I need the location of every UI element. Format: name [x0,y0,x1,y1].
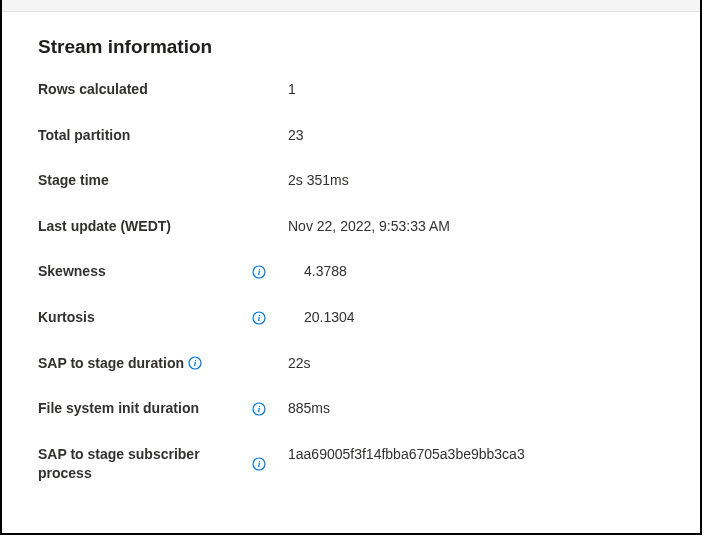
label-fs-init-duration: File system init duration i [38,399,288,419]
row-fs-init-duration: File system init duration i 885ms [38,399,664,419]
label-stage-time: Stage time [38,171,288,191]
row-kurtosis: Kurtosis i 20.1304 [38,308,664,328]
row-stage-time: Stage time 2s 351ms [38,171,664,191]
value-sap-subscriber: 1aa69005f3f14fbba6705a3be9bb3ca3 [288,445,525,465]
value-kurtosis: 20.1304 [288,308,355,328]
value-rows-calculated: 1 [288,80,296,100]
info-icon[interactable]: i [252,311,266,325]
stream-info-panel: Stream information Rows calculated 1 Tot… [0,0,702,535]
section-title: Stream information [38,36,664,58]
info-icon[interactable]: i [252,265,266,279]
row-sap-to-stage-duration: SAP to stage duration i 22s [38,354,664,374]
panel-top-bar [2,0,700,12]
row-rows-calculated: Rows calculated 1 [38,80,664,100]
value-sap-to-stage-duration: 22s [288,354,311,374]
row-sap-subscriber: SAP to stage subscriber process i 1aa690… [38,445,664,484]
value-last-update: Nov 22, 2022, 9:53:33 AM [288,217,450,237]
info-icon[interactable]: i [188,356,202,370]
label-total-partition: Total partition [38,126,288,146]
label-skewness: Skewness i [38,262,288,282]
svg-text:i: i [258,459,261,469]
panel-content: Stream information Rows calculated 1 Tot… [2,12,700,494]
value-fs-init-duration: 885ms [288,399,330,419]
value-skewness: 4.3788 [288,262,347,282]
row-total-partition: Total partition 23 [38,126,664,146]
info-icon[interactable]: i [252,457,266,471]
svg-text:i: i [258,267,261,277]
value-total-partition: 23 [288,126,304,146]
svg-text:i: i [258,404,261,414]
label-sap-to-stage-duration: SAP to stage duration i [38,354,288,374]
label-last-update: Last update (WEDT) [38,217,288,237]
label-sap-subscriber: SAP to stage subscriber process i [38,445,288,484]
label-kurtosis: Kurtosis i [38,308,288,328]
value-stage-time: 2s 351ms [288,171,349,191]
row-last-update: Last update (WEDT) Nov 22, 2022, 9:53:33… [38,217,664,237]
label-rows-calculated: Rows calculated [38,80,288,100]
row-skewness: Skewness i 4.3788 [38,262,664,282]
svg-text:i: i [258,313,261,323]
info-icon[interactable]: i [252,402,266,416]
svg-text:i: i [194,358,197,368]
